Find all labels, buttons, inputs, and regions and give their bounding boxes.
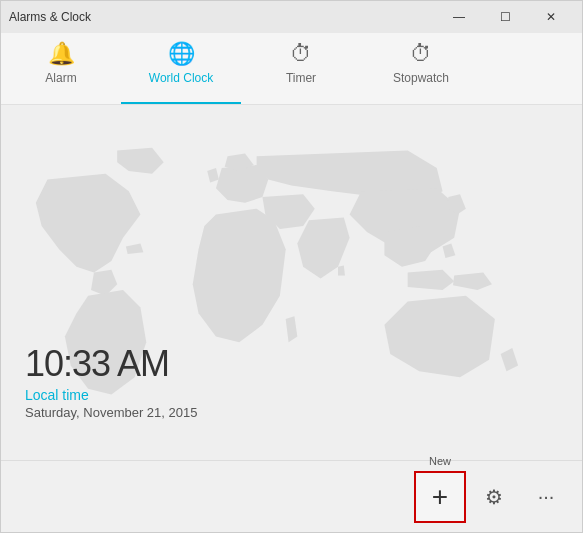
tab-alarm-label: Alarm — [45, 71, 76, 85]
settings-button[interactable]: ⚙ — [470, 473, 518, 521]
tab-bar: 🔔 Alarm 🌐 World Clock ⏱ Timer ⏱ Stopwatc… — [1, 33, 582, 105]
tab-world-clock-label: World Clock — [149, 71, 213, 85]
main-content: 10:33 AM Local time Saturday, November 2… — [1, 105, 582, 460]
time-display: 10:33 AM Local time Saturday, November 2… — [25, 343, 197, 420]
maximize-button[interactable]: ☐ — [482, 1, 528, 33]
more-button[interactable]: ··· — [522, 473, 570, 521]
app-title: Alarms & Clock — [9, 10, 436, 24]
tab-world-clock[interactable]: 🌐 World Clock — [121, 32, 241, 104]
world-clock-icon: 🌐 — [168, 41, 195, 67]
tab-stopwatch-label: Stopwatch — [393, 71, 449, 85]
new-button-wrapper: New + — [414, 471, 466, 523]
bottom-toolbar: New + ⚙ ··· — [1, 460, 582, 532]
minimize-button[interactable]: — — [436, 1, 482, 33]
title-bar: Alarms & Clock — ☐ ✕ — [1, 1, 582, 33]
tab-timer-label: Timer — [286, 71, 316, 85]
tab-alarm[interactable]: 🔔 Alarm — [1, 32, 121, 104]
time-value: 10:33 AM — [25, 343, 197, 385]
stopwatch-icon: ⏱ — [410, 41, 432, 67]
settings-icon: ⚙ — [485, 485, 503, 509]
more-icon: ··· — [538, 485, 555, 508]
timer-icon: ⏱ — [290, 41, 312, 67]
alarm-icon: 🔔 — [48, 41, 75, 67]
date-value: Saturday, November 21, 2015 — [25, 405, 197, 420]
tab-timer[interactable]: ⏱ Timer — [241, 32, 361, 104]
close-button[interactable]: ✕ — [528, 1, 574, 33]
new-button[interactable]: + — [414, 471, 466, 523]
window-controls: — ☐ ✕ — [436, 1, 574, 33]
app-window: Alarms & Clock — ☐ ✕ 🔔 Alarm 🌐 World Clo… — [0, 0, 583, 533]
tab-stopwatch[interactable]: ⏱ Stopwatch — [361, 32, 481, 104]
toolbar-right: New + ⚙ ··· — [414, 471, 570, 523]
local-label: Local time — [25, 387, 197, 403]
new-label: New — [429, 455, 451, 467]
